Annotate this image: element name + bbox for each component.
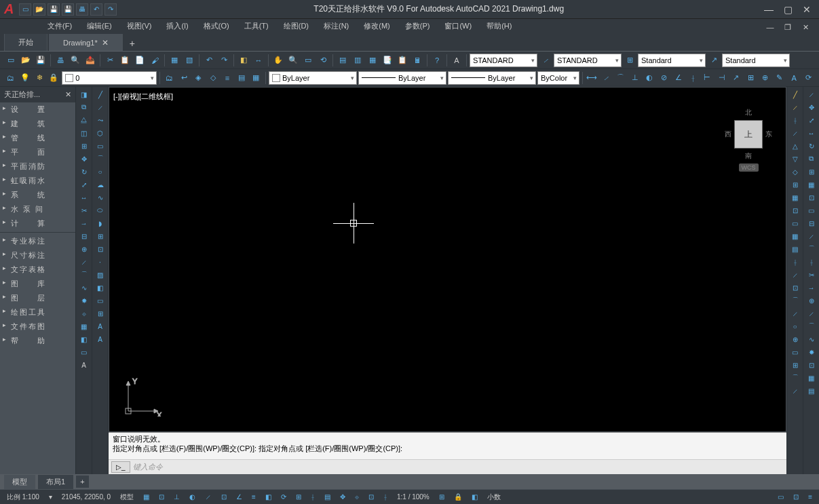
command-history[interactable]: 窗口说明无效。 指定对角点或 [栏选(F)/圈围(WP)/圈交(CP)]: 指定… xyxy=(109,433,786,460)
doc-close-icon[interactable]: ✕ xyxy=(797,20,814,34)
panel-item-help[interactable]: 帮 助 xyxy=(0,334,75,348)
clean-screen-icon[interactable]: ▭ xyxy=(775,492,786,502)
explode-icon[interactable]: ✸ xyxy=(77,294,91,307)
viewcube-north[interactable]: 北 xyxy=(725,108,772,117)
calc-icon[interactable]: 🖩 xyxy=(411,54,424,67)
transparency-icon[interactable]: ◧ xyxy=(263,492,274,502)
save-file-icon[interactable]: 💾 xyxy=(34,54,47,67)
misc9-icon[interactable]: ⊡ xyxy=(805,191,818,203)
dim-linear-icon[interactable]: ⟷ xyxy=(586,71,598,85)
mleader-icon[interactable]: ↗ xyxy=(707,54,721,67)
props-icon[interactable]: ▤ xyxy=(336,54,349,67)
misc1-icon[interactable]: ⟋ xyxy=(805,88,818,100)
dim-arc-icon[interactable]: ⌒ xyxy=(614,71,627,85)
zoomwin-icon[interactable]: ▭ xyxy=(301,54,315,67)
gradient2-icon[interactable]: ◧ xyxy=(94,282,107,294)
menu-window[interactable]: 窗口(W) xyxy=(438,19,478,34)
menu-help[interactable]: 帮助(H) xyxy=(480,19,518,34)
toolpal-icon[interactable]: ▦ xyxy=(366,54,379,67)
panel-item-building[interactable]: 建 筑 xyxy=(0,117,75,131)
gradient-icon[interactable]: ◧ xyxy=(77,333,91,345)
dim-update-icon[interactable]: ⟳ xyxy=(802,71,815,85)
misc23-icon[interactable]: ▦ xyxy=(805,372,818,384)
new-icon[interactable]: ▭ xyxy=(19,3,31,16)
mirror-icon[interactable]: ⧋ xyxy=(77,114,91,126)
construct10-icon[interactable]: ⊡ xyxy=(788,204,802,216)
viewcube-west[interactable]: 西 xyxy=(725,130,731,139)
misc3-icon[interactable]: ⤢ xyxy=(805,114,818,126)
menu-dim[interactable]: 标注(N) xyxy=(317,19,356,34)
otrack-icon[interactable]: ∠ xyxy=(233,492,245,502)
sheetset-icon[interactable]: 📑 xyxy=(381,54,394,67)
panel-item-dimlabel[interactable]: 尺寸标注 xyxy=(0,248,75,263)
dim-rad-icon[interactable]: ◐ xyxy=(643,71,656,85)
undo2-icon[interactable]: ↶ xyxy=(202,54,216,67)
misc19-icon[interactable]: ⌒ xyxy=(805,320,818,332)
construct19-icon[interactable]: ○ xyxy=(788,320,802,332)
xline-icon[interactable]: ⟋ xyxy=(94,101,107,113)
polar-icon[interactable]: ◐ xyxy=(187,492,198,502)
panel-item-prolabel[interactable]: 专业标注 xyxy=(0,234,75,248)
panel-item-drawtools[interactable]: 绘图工具 xyxy=(0,305,75,319)
viewcube[interactable]: 北 西 上 东 南 WCS xyxy=(725,108,772,172)
construct14-icon[interactable]: ⟊ xyxy=(788,256,802,268)
doc-restore-icon[interactable]: ❐ xyxy=(780,20,796,34)
color-dropdown[interactable]: ByLayer xyxy=(269,71,357,85)
misc13-icon[interactable]: ⌒ xyxy=(805,243,818,255)
construct1-icon[interactable]: ╱ xyxy=(788,88,802,100)
construct11-icon[interactable]: ▭ xyxy=(788,217,802,229)
print2-icon[interactable]: 🖶 xyxy=(54,54,67,67)
panel-item-rain[interactable]: 虹吸雨水 xyxy=(0,174,75,188)
iso-icon[interactable]: ⟋ xyxy=(202,492,214,502)
viewport-icon[interactable]: ⊞ xyxy=(436,492,447,502)
layer-dropdown[interactable]: 0 xyxy=(62,71,157,85)
misc14-icon[interactable]: ⟊ xyxy=(805,256,818,268)
misc22-icon[interactable]: ⊡ xyxy=(805,359,818,371)
dim-dia-icon[interactable]: ⊘ xyxy=(658,71,670,85)
scale-dd-icon[interactable]: ▾ xyxy=(46,492,55,502)
minimize-icon[interactable]: — xyxy=(761,3,777,16)
construct17-icon[interactable]: ⌒ xyxy=(788,294,802,307)
construct2-icon[interactable]: ⟋ xyxy=(788,101,802,113)
command-input-row[interactable]: ▷_ 键入命令 xyxy=(109,460,786,474)
panel-item-pipeline[interactable]: 管 线 xyxy=(0,131,75,145)
layer-freeze-icon[interactable]: ❄ xyxy=(33,71,46,85)
open-icon[interactable]: 📂 xyxy=(33,3,45,16)
viewcube-top[interactable]: 上 xyxy=(734,120,763,149)
layer-misc-icon[interactable]: ▦ xyxy=(250,71,263,85)
misc18-icon[interactable]: ⟋ xyxy=(805,307,818,319)
cut-icon[interactable]: ✂ xyxy=(103,54,117,67)
extend-icon[interactable]: → xyxy=(77,217,91,229)
isolate-icon[interactable]: ◧ xyxy=(469,492,480,502)
help-icon[interactable]: ? xyxy=(430,54,444,67)
construct22-icon[interactable]: ⊞ xyxy=(788,359,802,371)
layer-state-icon[interactable]: 🗂 xyxy=(163,71,176,85)
zoom-label[interactable]: 1:1 / 100% xyxy=(394,492,432,502)
hatch2-icon[interactable]: ▨ xyxy=(94,269,107,281)
misc8-icon[interactable]: ▦ xyxy=(805,178,818,191)
redo-icon[interactable]: ↷ xyxy=(104,3,117,16)
viewport-label[interactable]: [-][俯视][二维线框] xyxy=(113,92,173,102)
layer-mgr-icon[interactable]: 🗂 xyxy=(4,71,17,85)
layer-lock-icon[interactable]: 🔒 xyxy=(47,71,60,85)
layout-add-icon[interactable]: + xyxy=(76,476,88,488)
qp-icon[interactable]: ⊡ xyxy=(366,492,377,502)
dim-tedit-icon[interactable]: A xyxy=(787,71,800,85)
layer-walk-icon[interactable]: ▤ xyxy=(235,71,248,85)
panel-item-fire[interactable]: 平面消防 xyxy=(0,159,75,174)
hardware-icon[interactable]: ⊡ xyxy=(791,492,801,502)
ucs-icon[interactable]: Y X xyxy=(123,376,164,418)
construct6-icon[interactable]: ▽ xyxy=(788,153,802,165)
publish-icon[interactable]: 📤 xyxy=(83,54,97,67)
construct23-icon[interactable]: ⌒ xyxy=(788,372,802,384)
misc17-icon[interactable]: ⊕ xyxy=(805,294,818,307)
viewcube-south[interactable]: 南 xyxy=(725,151,772,161)
dim-tol-icon[interactable]: ⊞ xyxy=(744,71,757,85)
misc7-icon[interactable]: ⊞ xyxy=(805,166,818,178)
region-icon[interactable]: ▭ xyxy=(94,294,107,307)
boundary-icon[interactable]: ▭ xyxy=(77,346,91,358)
print-icon[interactable]: 🖶 xyxy=(76,3,88,16)
construct7-icon[interactable]: ◇ xyxy=(788,166,802,178)
layer-match-icon[interactable]: ≡ xyxy=(221,71,233,85)
snap-icon[interactable]: ⊡ xyxy=(156,492,167,502)
